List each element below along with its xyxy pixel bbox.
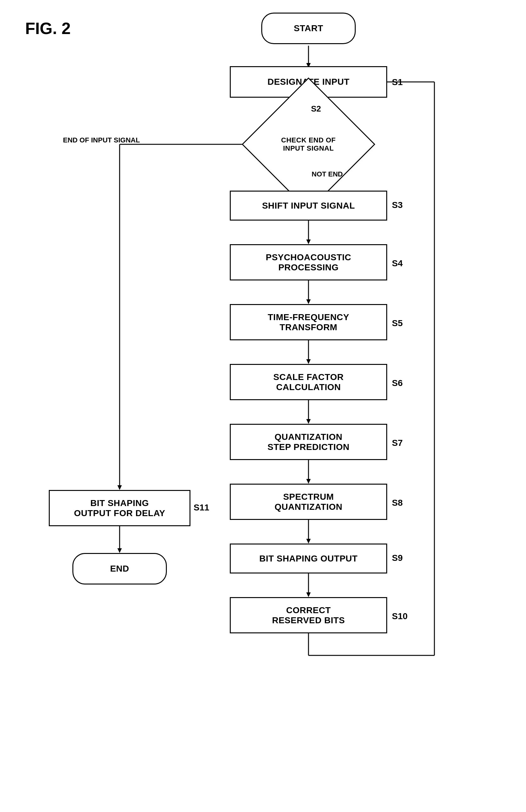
- s6-shape: SCALE FACTORCALCULATION: [230, 364, 387, 400]
- svg-marker-15: [306, 479, 311, 484]
- svg-marker-7: [306, 240, 311, 244]
- arrows-svg: [0, 0, 526, 812]
- s10-shape: CORRECTRESERVED BITS: [230, 597, 387, 633]
- s11-label: S11: [194, 503, 209, 513]
- svg-marker-13: [306, 419, 311, 424]
- svg-marker-27: [117, 485, 122, 490]
- end-label: END: [110, 564, 130, 574]
- not-end-text: NOT END: [312, 170, 343, 178]
- end-of-input-text: END OF INPUT SIGNAL: [63, 136, 140, 144]
- flowchart: FIG. 2: [0, 0, 526, 812]
- s5-text: TIME-FREQUENCYTRANSFORM: [268, 312, 349, 332]
- s10-text: CORRECTRESERVED BITS: [272, 605, 345, 625]
- s9-shape: BIT SHAPING OUTPUT: [230, 543, 387, 574]
- s11-shape: BIT SHAPINGOUTPUT FOR DELAY: [49, 490, 191, 526]
- s9-text: BIT SHAPING OUTPUT: [259, 554, 358, 564]
- figure-label: FIG. 2: [25, 19, 71, 38]
- s5-label: S5: [392, 318, 403, 328]
- s3-text: SHIFT INPUT SIGNAL: [262, 201, 355, 211]
- s4-label: S4: [392, 258, 403, 269]
- s4-shape: PSYCHOACOUSTICPROCESSING: [230, 244, 387, 280]
- s8-shape: SPECTRUMQUANTIZATION: [230, 484, 387, 520]
- svg-marker-29: [117, 548, 122, 553]
- start-label: START: [294, 23, 323, 33]
- s5-shape: TIME-FREQUENCYTRANSFORM: [230, 304, 387, 340]
- svg-marker-11: [306, 359, 311, 364]
- s6-text: SCALE FACTORCALCULATION: [273, 372, 343, 392]
- s3-label: S3: [392, 200, 403, 210]
- s4-text: PSYCHOACOUSTICPROCESSING: [266, 252, 351, 273]
- end-shape: END: [72, 553, 167, 584]
- s2-text: CHECK END OFINPUT SIGNAL: [281, 136, 335, 152]
- s7-shape: QUANTIZATIONSTEP PREDICTION: [230, 424, 387, 460]
- s11-text: BIT SHAPINGOUTPUT FOR DELAY: [74, 498, 165, 518]
- s6-label: S6: [392, 378, 403, 388]
- s7-text: QUANTIZATIONSTEP PREDICTION: [268, 432, 350, 452]
- s7-label: S7: [392, 438, 403, 448]
- s8-text: SPECTRUMQUANTIZATION: [274, 492, 342, 512]
- start-shape: START: [261, 13, 356, 44]
- s10-label: S10: [392, 611, 408, 621]
- s3-shape: SHIFT INPUT SIGNAL: [230, 191, 387, 220]
- s9-label: S9: [392, 553, 403, 563]
- s2-label: S2: [311, 104, 321, 114]
- svg-marker-9: [306, 299, 311, 304]
- svg-marker-17: [306, 539, 311, 543]
- s8-label: S8: [392, 498, 403, 508]
- svg-marker-19: [306, 592, 311, 597]
- s1-label: S1: [392, 77, 403, 87]
